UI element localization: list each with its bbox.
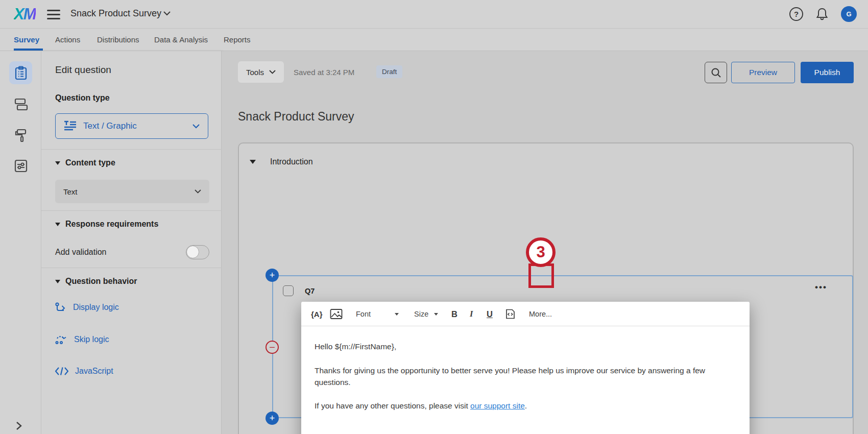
skip-logic-link[interactable]: Skip logic <box>55 334 109 345</box>
survey-title: Snack Product Survey <box>238 110 354 124</box>
active-tab-underline <box>14 49 43 51</box>
help-icon[interactable]: ? <box>789 7 803 21</box>
size-dropdown[interactable]: Size <box>414 302 428 326</box>
question-options-ellipsis-icon[interactable]: ••• <box>815 282 827 293</box>
question-checkbox[interactable] <box>283 285 294 296</box>
draft-status-badge: Draft <box>376 65 402 78</box>
collapse-triangle-icon <box>55 280 60 283</box>
response-requirements-section-header[interactable]: Response requirements <box>55 220 158 229</box>
collapse-triangle-icon <box>55 223 60 226</box>
annotation-highlight-rectangle <box>528 263 554 288</box>
question-id: Q7 <box>305 287 315 295</box>
javascript-code-icon <box>55 367 68 376</box>
search-icon <box>711 67 721 78</box>
autosave-status: Saved at 3:24 PM <box>294 68 354 77</box>
expand-panel-chevron-icon[interactable] <box>15 421 22 430</box>
user-avatar[interactable]: G <box>841 6 857 22</box>
tab-actions[interactable]: Actions <box>55 29 80 51</box>
skip-logic-icon <box>55 334 67 345</box>
publish-button[interactable]: Publish <box>801 62 854 83</box>
question-behavior-section-header[interactable]: Question behavior <box>55 277 137 286</box>
panel-title: Edit question <box>55 64 111 76</box>
panel-divider <box>41 149 222 150</box>
preview-button[interactable]: Preview <box>731 62 795 83</box>
source-code-icon <box>505 309 516 319</box>
bold-button[interactable]: B <box>451 302 457 326</box>
search-button[interactable] <box>705 62 727 83</box>
underline-button[interactable]: U <box>487 302 493 326</box>
annotation-step-number: 3 <box>526 237 556 267</box>
question-type-value: Text / Graphic <box>83 121 137 131</box>
add-validation-toggle[interactable] <box>186 245 209 259</box>
survey-builder-icon[interactable] <box>9 61 32 84</box>
tools-chevron-down-icon <box>269 70 276 74</box>
tab-data-analysis[interactable]: Data & Analysis <box>154 29 208 51</box>
survey-name[interactable]: Snack Product Survey <box>70 8 161 19</box>
edit-question-panel: Edit question Question type Text / Graph… <box>41 51 222 434</box>
toggle-knob <box>186 246 199 258</box>
look-and-feel-icon[interactable] <box>9 124 32 147</box>
image-icon <box>330 308 343 320</box>
panel-divider <box>41 268 222 268</box>
question-type-label: Question type <box>55 93 110 103</box>
primary-nav-tabs: Survey Actions Distributions Data & Anal… <box>0 29 868 51</box>
content-type-chevron-down-icon <box>195 189 201 194</box>
add-question-below-button[interactable]: + <box>266 412 279 425</box>
top-bar: XM Snack Product Survey ? G <box>0 0 868 29</box>
tab-distributions[interactable]: Distributions <box>97 29 139 51</box>
notifications-bell-icon[interactable] <box>815 7 829 21</box>
rich-text-editor-popup: {A} Font Size B I U More... Hello ${m://… <box>301 302 750 434</box>
italic-button[interactable]: I <box>470 302 473 326</box>
insert-image-button[interactable] <box>330 302 343 326</box>
survey-options-icon[interactable] <box>9 154 32 177</box>
text-graphic-icon <box>64 120 77 132</box>
question-type-chevron-down-icon <box>192 124 200 129</box>
tab-reports[interactable]: Reports <box>224 29 251 51</box>
panel-divider <box>41 210 222 211</box>
survey-name-chevron-down-icon[interactable] <box>163 11 171 16</box>
font-dropdown[interactable]: Font <box>356 302 371 326</box>
javascript-link[interactable]: JavaScript <box>55 367 113 376</box>
add-validation-row: Add validation <box>55 245 209 259</box>
content-type-value: Text <box>63 187 78 196</box>
question-type-dropdown[interactable]: Text / Graphic <box>55 113 208 139</box>
hamburger-menu-icon[interactable] <box>47 10 60 19</box>
rte-closing: If you have any other questions, please … <box>315 400 731 412</box>
rte-toolbar: {A} Font Size B I U More... <box>301 302 750 326</box>
xm-logo: XM <box>14 5 36 23</box>
piped-text-button[interactable]: {A} <box>311 302 323 326</box>
size-chevron-down-icon[interactable] <box>434 302 438 326</box>
block-collapse-triangle-icon[interactable] <box>250 160 256 164</box>
remove-question-button[interactable]: − <box>266 341 279 354</box>
block-name: Introduction <box>270 157 313 166</box>
add-question-above-button[interactable]: + <box>266 269 279 282</box>
font-chevron-down-icon[interactable] <box>395 302 399 326</box>
display-logic-link[interactable]: Display logic <box>55 302 119 312</box>
tools-button[interactable]: Tools <box>238 61 284 83</box>
collapse-triangle-icon <box>55 161 60 165</box>
content-type-section-header[interactable]: Content type <box>55 158 115 167</box>
builder-icon-rail <box>0 51 41 434</box>
rte-paragraph: Thanks for giving us the opportunity to … <box>315 365 731 388</box>
rte-content[interactable]: Hello ${m://FirstName}, Thanks for givin… <box>315 326 731 412</box>
display-logic-icon <box>55 302 66 312</box>
source-code-button[interactable] <box>505 302 516 326</box>
block-introduction: Introduction + − + Q7 ••• {A} Font Size <box>238 142 854 434</box>
add-validation-label: Add validation <box>55 248 107 257</box>
support-site-link[interactable]: our support site <box>470 401 525 410</box>
rte-greeting: Hello ${m://FirstName}, <box>315 341 731 352</box>
tab-survey[interactable]: Survey <box>14 29 39 51</box>
more-button[interactable]: More... <box>529 302 552 326</box>
content-type-select[interactable]: Text <box>55 180 209 203</box>
survey-flow-icon[interactable] <box>9 93 32 116</box>
survey-canvas: Tools Saved at 3:24 PM Draft Preview Pub… <box>222 51 868 434</box>
